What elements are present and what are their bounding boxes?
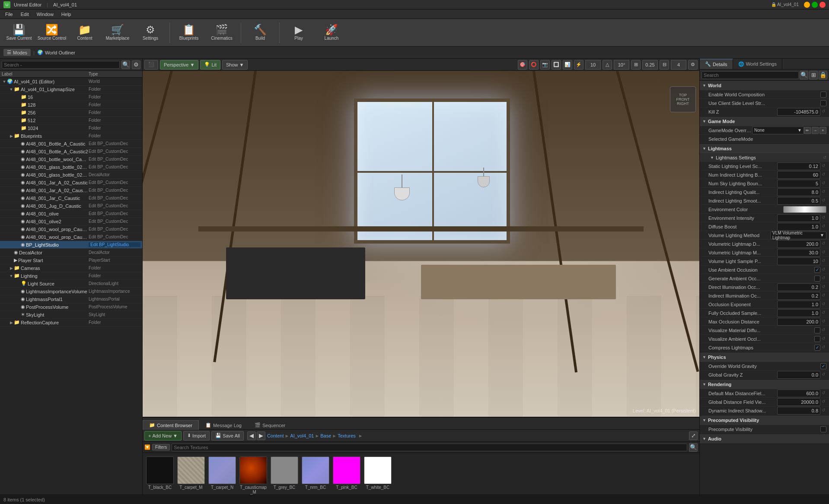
tree-item-ai48_bottle_wool[interactable]: ◉AI48_001_bottle_wool_CausticEdit BP_Cus… [0,155,142,163]
cb-search-button[interactable]: 🔍 [689,443,698,452]
prop-checkbox-world-1[interactable] [820,100,826,106]
vp-settings-btn[interactable]: ⚙ [688,60,698,70]
cb-expand-button[interactable]: ⤢ [689,431,698,440]
ls-input-1[interactable] [779,172,818,178]
lightmass-reset-val-8[interactable]: ↺ [820,284,826,290]
prop-value-world-2[interactable] [777,108,820,116]
lightmass-reset-6[interactable]: ↺ [820,267,826,273]
lightmass-reset-val-11[interactable]: ↺ [820,310,826,316]
breadcrumb-item-content[interactable]: Content [267,433,284,438]
prop-value-rendering-2[interactable] [777,407,820,415]
breadcrumb-item-ai_vol4_01[interactable]: AI_vol4_01 [290,433,314,438]
outliner-search-input[interactable] [2,61,120,69]
tree-item-player-start[interactable]: ▶Player StartPlayerStart [0,257,142,264]
toolbar-save-button[interactable]: 💾Save Current [3,21,35,45]
lightmass-reset-val-5[interactable]: ↺ [820,258,826,264]
lightmass-reset-val-3[interactable]: ↺ [820,241,826,247]
toolbar-settings-button[interactable]: ⚙Settings [135,21,166,45]
prop-reset-physics-1[interactable]: ↺ [820,372,826,378]
toolbar-build-button[interactable]: 🔨Build [245,21,276,45]
outliner-tree[interactable]: ▼🌍AI_vol4_01 (Editor)World▼📁AI_vol4_01_L… [0,78,142,504]
lightmass-input-1[interactable] [779,224,818,229]
viewport-scene-area[interactable]: Level: AI_vol4_01 (Persistent) TOP FRONT… [143,71,699,417]
tree-item-lightmass-portal[interactable]: ◉LightmassPortal1LightmassPortal [0,295,142,303]
prop-input-rendering-1[interactable] [779,399,818,405]
lightmass-reset-15[interactable]: ↺ [820,345,826,351]
right-tab-details[interactable]: 🔧Details [700,59,733,69]
content-browser-search[interactable] [172,444,687,451]
modes-button[interactable]: ☰ Modes [3,49,31,56]
ls-value-3[interactable] [777,188,820,196]
prop-reset-rendering-2[interactable]: ↺ [820,408,826,414]
lightmass-input-8[interactable] [779,285,818,290]
section-header-audio[interactable]: ▼Audio [700,434,829,444]
lightmass-val-9[interactable] [777,292,820,300]
nav-cube[interactable]: TOP FRONT RIGHT [670,86,696,112]
tree-item-1024[interactable]: 📁1024Folder [0,124,142,132]
breadcrumb-item-textures[interactable]: Textures [338,433,356,438]
section-header-gamemode[interactable]: ▼Game Mode [700,117,829,126]
toolbar-content-button[interactable]: 📁Content [69,21,100,45]
tree-item-128[interactable]: 📁128Folder [0,101,142,109]
breadcrumb-item-base[interactable]: Base [320,433,331,438]
prop-checkbox-precomputed-0[interactable] [820,426,826,432]
cb-item-t_carpet_n[interactable]: T_carpet_N [208,456,236,490]
vp-grid-btn[interactable]: ⊞ [631,60,641,70]
nav-btn-0[interactable]: → [812,127,819,134]
tree-item-post-process[interactable]: ◉PostProcessVolumePostProcessVolume [0,303,142,311]
lightmass-reset-val-10[interactable]: ↺ [820,301,826,307]
ls-reset-1[interactable]: ↺ [820,172,826,178]
cb-item-t_black_bc[interactable]: T_black_BC [146,456,174,490]
lightmass-reset-val-0[interactable]: ↺ [820,215,826,221]
vp-tool-6[interactable]: ⚡ [574,60,583,70]
lightmass-cb-13[interactable] [814,327,820,333]
lightmass-reset-val-9[interactable]: ↺ [820,293,826,299]
cb-item-t_white_bc[interactable]: T_white_BC [364,456,392,490]
section-header-rendering[interactable]: ▼Rendering [700,380,829,389]
prop-checkbox-physics-0[interactable] [820,363,826,369]
ls-reset-2[interactable]: ↺ [820,181,826,187]
ls-value-2[interactable] [777,180,820,187]
prop-value-rendering-0[interactable] [777,390,820,397]
ls-input-0[interactable] [779,164,818,169]
lightmass-input-4[interactable] [779,250,818,255]
prop-input-world-2[interactable] [779,109,818,114]
toolbar-launch-button[interactable]: 🚀Launch [316,21,347,45]
prop-input-rendering-2[interactable] [779,408,818,413]
lightmass-cb-14[interactable] [814,336,820,342]
lightmass-input-12[interactable] [779,319,818,324]
ls-input-2[interactable] [779,181,818,186]
tree-item-ai48_jar_a[interactable]: ◉AI48_001_Jar_A_02_CausticEdit BP_Custom… [0,179,142,187]
details-search-button[interactable]: 🔍 [800,71,808,79]
tree-item-lighting[interactable]: ▼📁LightingFolder [0,272,142,280]
menu-file[interactable]: File [2,11,16,18]
tree-item-256[interactable]: 📁256Folder [0,109,142,117]
lightmass-val-4[interactable] [777,249,820,257]
lightmass-reset-14[interactable]: ↺ [820,336,826,342]
close-button[interactable] [819,2,826,8]
ls-reset-4[interactable]: ↺ [820,198,826,204]
add-btn-0[interactable]: + [819,127,826,134]
details-lock-button[interactable]: 🔒 [819,71,827,79]
edit-btn-0[interactable]: ✏ [804,127,811,134]
prop-value-physics-1[interactable] [777,371,820,379]
prop-checkbox-world-0[interactable] [820,92,826,98]
tree-item-16[interactable]: 📁16Folder [0,93,142,101]
vp-tool-1[interactable]: 🎯 [518,60,527,70]
tree-item-reflection-capture[interactable]: ▶📁ReflectionCaptureFolder [0,319,142,326]
lightmass-reset-val-1[interactable]: ↺ [820,224,826,230]
prop-reset-rendering-0[interactable]: ↺ [820,390,826,396]
toolbar-marketplace-button[interactable]: 🛒Marketplace [102,21,133,45]
lightmass-reset-val-12[interactable]: ↺ [820,319,826,325]
lightmass-cb-15[interactable] [814,345,820,351]
lightmass-val-5[interactable] [777,257,820,265]
tree-item-ai48_wool[interactable]: ◉AI48_001_wool_prop_CausticEdit BP_Custo… [0,225,142,233]
tree-item-ai48_bottle_a[interactable]: ◉AI48_001_Bottle_A_CausticEdit BP_Custom… [0,140,142,148]
lightmass-cb-6[interactable] [814,267,820,273]
tree-item-ai48_glass[interactable]: ◉AI48_001_glass_bottle_02_causticEdit BP… [0,163,142,171]
ls-input-4[interactable] [779,198,818,203]
cb-item-t_nrm_bc[interactable]: T_nrm_BC [302,456,329,490]
cb-item-t_grey_bc[interactable]: T_grey_BC [271,456,298,490]
tree-item-world[interactable]: ▼🌍AI_vol4_01 (Editor)World [0,78,142,86]
ls-value-0[interactable] [777,162,820,170]
